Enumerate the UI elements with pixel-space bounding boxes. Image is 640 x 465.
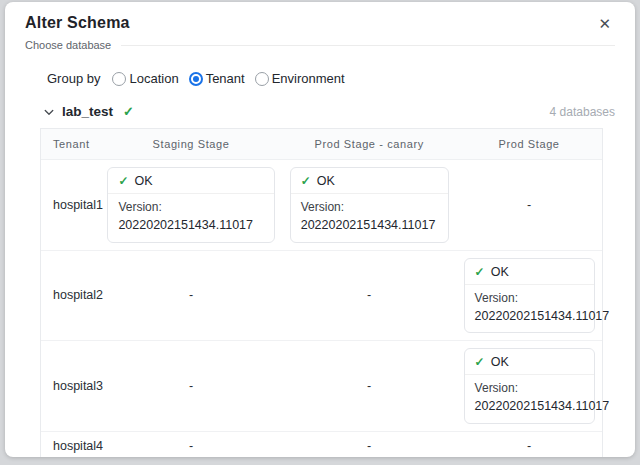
radio-unselected-icon: [112, 72, 126, 86]
radio-location[interactable]: Location: [112, 71, 178, 86]
status-card[interactable]: ✓ OK Version: 20220202151434.11017: [464, 348, 595, 424]
column-header-prod-canary: Prod Stage - canary: [282, 129, 456, 160]
version-label: Version:: [475, 380, 584, 397]
divider: [121, 45, 615, 46]
table-header-row: Tenant Staging Stage Prod Stage - canary…: [41, 129, 602, 160]
table-row: hospital4 - - -: [41, 432, 602, 457]
check-icon: ✓: [123, 104, 134, 119]
database-table: Tenant Staging Stage Prod Stage - canary…: [40, 128, 603, 457]
check-icon: ✓: [475, 265, 485, 279]
stage-cell: ✓ OK Version: 20220202151434.11017: [100, 160, 282, 251]
stage-cell-empty: -: [100, 251, 282, 342]
status-card-body: Version: 20220202151434.11017: [108, 194, 273, 242]
database-group-row: lab_test ✓ 4 databases: [42, 104, 615, 119]
column-header-tenant: Tenant: [41, 129, 100, 160]
version-label: Version:: [475, 290, 584, 307]
check-icon: ✓: [118, 174, 128, 188]
status-card-header: ✓ OK: [465, 349, 594, 375]
radio-tenant[interactable]: Tenant: [189, 71, 245, 86]
chevron-down-icon[interactable]: [42, 105, 56, 119]
table-row: hospital3 - - ✓ OK Version: 202202021514…: [41, 341, 602, 432]
column-header-prod: Prod Stage: [456, 129, 602, 160]
status-card[interactable]: ✓ OK Version: 20220202151434.11017: [107, 167, 274, 243]
status-label: OK: [317, 174, 335, 188]
status-label: OK: [491, 355, 509, 369]
radio-selected-icon: [189, 72, 203, 86]
status-card-header: ✓ OK: [465, 259, 594, 285]
radio-location-label: Location: [129, 71, 178, 86]
radio-unselected-icon: [255, 72, 269, 86]
group-by-label: Group by: [47, 71, 100, 86]
stage-cell-empty: -: [100, 341, 282, 432]
stage-cell-empty: -: [456, 432, 602, 457]
status-card-body: Version: 20220202151434.11017: [465, 285, 594, 333]
status-label: OK: [134, 174, 152, 188]
radio-environment[interactable]: Environment: [255, 71, 345, 86]
version-label: Version:: [301, 199, 438, 216]
tenant-name: hospital4: [41, 432, 100, 457]
table-row: hospital1 ✓ OK Version: 20220202151434.1…: [41, 160, 602, 251]
tenant-name: hospital3: [41, 341, 100, 432]
modal-subtitle-row: Choose database: [25, 39, 615, 51]
version-value: 20220202151434.11017: [475, 397, 584, 415]
status-label: OK: [491, 265, 509, 279]
database-count: 4 databases: [550, 105, 615, 119]
page-title: Alter Schema: [25, 14, 130, 32]
tenant-name: hospital2: [41, 251, 100, 342]
table-row: hospital2 - - ✓ OK Version: 202202021514…: [41, 251, 602, 342]
stage-cell-empty: -: [456, 160, 602, 251]
group-name[interactable]: lab_test: [62, 104, 113, 119]
status-card-body: Version: 20220202151434.11017: [465, 375, 594, 423]
stage-cell: ✓ OK Version: 20220202151434.11017: [456, 341, 602, 432]
modal-header: Alter Schema ✕: [25, 14, 615, 33]
check-icon: ✓: [475, 355, 485, 369]
stage-cell: ✓ OK Version: 20220202151434.11017: [456, 251, 602, 342]
status-card-header: ✓ OK: [108, 168, 273, 194]
stage-cell-empty: -: [282, 251, 456, 342]
group-by-row: Group by Location Tenant Environment: [47, 71, 615, 86]
version-value: 20220202151434.11017: [301, 216, 438, 234]
status-card[interactable]: ✓ OK Version: 20220202151434.11017: [464, 258, 595, 334]
status-card-body: Version: 20220202151434.11017: [291, 194, 448, 242]
version-value: 20220202151434.11017: [475, 307, 584, 325]
stage-cell: ✓ OK Version: 20220202151434.11017: [282, 160, 456, 251]
tenant-name: hospital1: [41, 160, 100, 251]
radio-environment-label: Environment: [272, 71, 345, 86]
modal-subtitle: Choose database: [25, 39, 111, 51]
stage-cell-empty: -: [282, 432, 456, 457]
column-header-staging: Staging Stage: [100, 129, 282, 160]
status-card[interactable]: ✓ OK Version: 20220202151434.11017: [290, 167, 449, 243]
version-label: Version:: [118, 199, 263, 216]
stage-cell-empty: -: [100, 432, 282, 457]
version-value: 20220202151434.11017: [118, 216, 263, 234]
stage-cell-empty: -: [282, 341, 456, 432]
close-icon[interactable]: ✕: [594, 14, 615, 33]
alter-schema-modal: Alter Schema ✕ Choose database Group by …: [5, 2, 635, 457]
status-card-header: ✓ OK: [291, 168, 448, 194]
check-icon: ✓: [301, 174, 311, 188]
radio-tenant-label: Tenant: [206, 71, 245, 86]
